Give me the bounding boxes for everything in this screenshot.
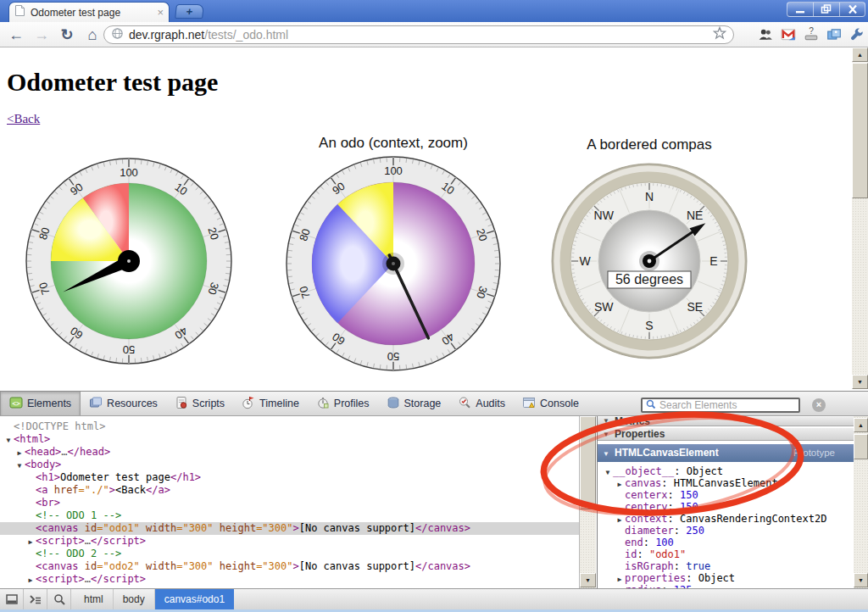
dom-row[interactable]: ▶<head>…</head> [0, 446, 579, 459]
tree-down-arrow-icon[interactable]: ▼ [3, 434, 14, 447]
home-button[interactable]: ⌂ [81, 25, 103, 45]
code-tag: </canvas> [415, 522, 470, 534]
metrics-section-header[interactable]: ▼ Metrics [598, 416, 854, 426]
scrollbar-thumb[interactable] [854, 434, 868, 459]
property-value: 100 [655, 537, 674, 548]
code-tag: <script> [36, 535, 85, 547]
dom-row[interactable]: <canvas id="odo2" width="300" height="30… [0, 560, 579, 573]
tree-down-arrow-icon[interactable]: ▼ [603, 467, 613, 479]
dom-row-selected[interactable]: <canvas id="odo1" width="300" height="30… [0, 522, 579, 535]
dom-row[interactable]: <a href="./"><Back</a> [0, 484, 579, 497]
devtools-tab-timeline[interactable]: Timeline [233, 392, 308, 415]
property-row-centerx[interactable]: centerx: 150 [598, 489, 854, 501]
property-row-isRGraph[interactable]: isRGraph: true [598, 560, 854, 572]
compass-canvas: NNEESESSWWNW56 degrees [548, 159, 751, 363]
sidebar-scrollbar[interactable]: ▲ ▼ [854, 416, 868, 588]
property-row-canvas[interactable]: ▶canvas: HTMLCanvasElement [598, 477, 854, 489]
search-input[interactable] [659, 399, 787, 411]
property-row-properties[interactable]: ▶properties: Object [598, 572, 854, 584]
back-link[interactable]: <Back [7, 112, 40, 126]
svg-text:50: 50 [123, 343, 135, 356]
property-row-id[interactable]: id: "odo1" [598, 548, 854, 560]
dom-row[interactable]: <!DOCTYPE html> [0, 420, 579, 433]
scroll-up-arrow[interactable]: ▲ [852, 47, 868, 62]
wrench-icon[interactable] [849, 27, 865, 42]
code-tag: <html> [14, 433, 50, 445]
tab-close-icon[interactable]: × [157, 7, 164, 18]
address-bar[interactable]: dev.rgraph.net/tests/_odo.html [103, 25, 734, 44]
restore-button[interactable] [813, 2, 839, 17]
code-val: ="./" [79, 484, 109, 496]
tree-down-arrow-icon[interactable]: ▼ [14, 459, 25, 472]
show-console-button[interactable] [24, 589, 47, 609]
property-value: "odo1" [649, 548, 686, 560]
dom-row[interactable]: ▼<html> [0, 433, 579, 446]
devtools-tab-storage[interactable]: Storage [378, 392, 450, 415]
property-row-centery[interactable]: centery: 150 [598, 501, 854, 513]
code-attr: height [214, 522, 257, 534]
help-extension-icon[interactable]: ? [804, 27, 819, 42]
property-row-diameter[interactable]: diameter: 250 [598, 525, 854, 537]
scroll-up-arrow[interactable]: ▲ [854, 418, 868, 432]
scroll-down-arrow[interactable]: ▼ [580, 573, 596, 587]
breadcrumb-html[interactable]: html [75, 589, 114, 609]
dom-row[interactable]: <h1>Odometer test page</h1> [0, 471, 579, 484]
svg-text:NE: NE [687, 209, 703, 222]
dom-row[interactable]: <br> [0, 497, 579, 509]
tree-right-arrow-icon[interactable]: ▶ [25, 536, 36, 548]
people-extension-icon[interactable] [758, 27, 773, 42]
bookmark-star-icon[interactable] [713, 26, 726, 43]
forward-button[interactable]: → [31, 25, 53, 45]
devtools-tab-resources[interactable]: Resources [81, 392, 166, 415]
reload-button[interactable]: ↻ [56, 25, 78, 45]
tree-right-arrow-icon[interactable]: ▶ [14, 447, 25, 459]
code-txt: <Back [115, 484, 146, 496]
property-row-end[interactable]: end: 100 [598, 537, 854, 548]
page-scrollbar[interactable]: ▲ ▼ [852, 47, 868, 389]
svg-text:56 degrees: 56 degrees [615, 272, 683, 287]
properties-section-header[interactable]: ▼ Properties [598, 427, 854, 441]
elements-panel-scrollbar[interactable]: ▼ [579, 416, 596, 588]
photos-extension-icon[interactable] [826, 27, 842, 42]
scrollbar-thumb[interactable] [852, 63, 868, 198]
svg-text:E: E [709, 254, 717, 268]
svg-text:100: 100 [384, 164, 403, 177]
property-row-context[interactable]: ▶context: CanvasRenderingContext2D [598, 513, 854, 525]
code-val: ="odo1" [97, 522, 140, 534]
code-tag: </canvas> [415, 560, 470, 572]
gmail-extension-icon[interactable] [781, 27, 796, 42]
svg-text:S: S [645, 319, 653, 332]
dom-row[interactable]: ▶<script>…</script> [0, 535, 579, 548]
devtools-tab-scripts[interactable]: Scripts [166, 392, 233, 415]
scrollbar-thumb[interactable] [580, 416, 596, 509]
new-tab-button[interactable]: + [175, 4, 204, 19]
devtools-close-icon[interactable]: × [812, 398, 826, 412]
dom-row[interactable]: <!-- ODO 1 --> [0, 509, 579, 522]
devtools-search-box[interactable] [641, 398, 800, 413]
property-row-object[interactable]: ▼__object__: Object [598, 465, 854, 477]
properties-class-row[interactable]: ▼ HTMLCanvasElement Prototype [598, 444, 854, 462]
back-button[interactable]: ← [5, 25, 27, 45]
dom-row[interactable]: ▶<script>…</script> [0, 573, 579, 586]
browser-tab[interactable]: Odometer test page × [8, 2, 170, 22]
svg-text:SE: SE [687, 300, 703, 314]
devtools-tab-audits[interactable]: Audits [449, 392, 514, 415]
devtools-tab-profiles[interactable]: Profiles [308, 392, 378, 415]
breadcrumb-body[interactable]: body [114, 589, 155, 609]
breadcrumb-canvasodo1[interactable]: canvas#odo1 [155, 589, 234, 609]
devtools-tab-elements[interactable]: <>Elements [0, 392, 81, 415]
dock-to-window-button[interactable] [0, 589, 24, 609]
tree-right-arrow-icon[interactable]: ▶ [25, 574, 36, 587]
code-tag: </head> [68, 446, 111, 458]
devtools-tab-label: Console [540, 398, 579, 409]
storage-icon [387, 396, 400, 412]
inspect-element-button[interactable] [47, 589, 71, 609]
minimize-button[interactable] [787, 2, 813, 17]
close-button[interactable] [839, 2, 865, 17]
code-attr: height [214, 560, 257, 572]
scroll-down-arrow[interactable]: ▼ [852, 375, 868, 389]
dom-row[interactable]: <!-- ODO 2 --> [0, 548, 579, 560]
dom-row[interactable]: ▼<body> [0, 459, 579, 471]
scroll-down-arrow[interactable]: ▼ [854, 573, 868, 587]
devtools-tab-console[interactable]: Console [514, 392, 587, 415]
